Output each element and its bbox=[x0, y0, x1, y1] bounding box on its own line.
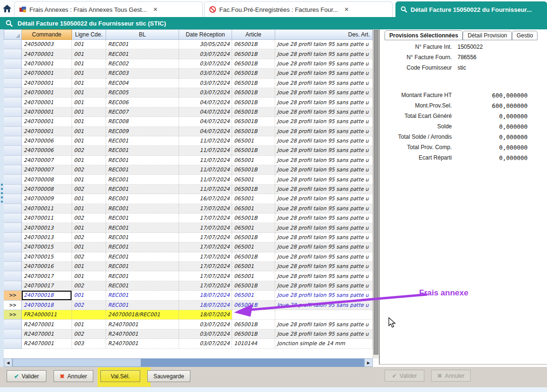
cell-ligne-cde[interactable]: 001 bbox=[72, 107, 106, 117]
cell-des-art[interactable]: Joue 28 profil talon 95 sans patte u bbox=[275, 320, 373, 329]
vertical-scrollbar-thumb[interactable] bbox=[374, 30, 378, 355]
cell-commande[interactable]: 240700001 bbox=[22, 49, 72, 59]
cell-des-art[interactable]: Joue 28 profil talon 95 sans patte u bbox=[275, 69, 373, 78]
row-selector[interactable] bbox=[4, 185, 22, 194]
cell-date-reception[interactable]: 16/07/2024 bbox=[179, 194, 232, 204]
cell-date-reception[interactable]: 30/05/2024 bbox=[179, 40, 232, 49]
cell-date-reception[interactable]: 17/07/2024 bbox=[179, 262, 232, 271]
cell-bl[interactable]: REC001 bbox=[106, 40, 179, 49]
cell-ligne-cde[interactable]: 001 bbox=[72, 98, 106, 107]
cell-ligne-cde[interactable]: 001 bbox=[72, 223, 106, 232]
cell-bl[interactable]: REC001 bbox=[106, 194, 179, 204]
cell-article[interactable]: 065001B bbox=[232, 301, 275, 310]
cell-des-art[interactable]: Joue 28 profil talon 95 sans patte u bbox=[275, 262, 373, 271]
cell-article[interactable]: 065001 bbox=[232, 136, 275, 146]
cell-date-reception[interactable]: 17/07/2024 bbox=[179, 223, 232, 232]
cell-des-art[interactable]: Joue 28 profil talon 95 sans patte u bbox=[275, 291, 373, 300]
cell-article[interactable]: 065001 bbox=[232, 271, 275, 281]
row-selector[interactable] bbox=[4, 214, 22, 223]
cell-ligne-cde[interactable]: 002 bbox=[72, 233, 106, 242]
cell-article[interactable]: 065001B bbox=[232, 40, 275, 49]
cell-article[interactable]: 065001B bbox=[232, 127, 275, 136]
cell-commande[interactable]: 240700001 bbox=[22, 69, 72, 78]
column-header-bl[interactable]: BL bbox=[106, 29, 179, 40]
cell-article[interactable]: 065001B bbox=[232, 320, 275, 329]
cell-commande[interactable]: R24070001 bbox=[22, 320, 72, 329]
cell-des-art[interactable]: Joue 28 profil talon 95 sans patte u bbox=[275, 301, 373, 310]
cell-commande[interactable]: 240700001 bbox=[22, 117, 72, 126]
cell-article[interactable]: 065001B bbox=[232, 146, 275, 155]
cell-des-art[interactable]: Joue 28 profil talon 95 sans patte u bbox=[275, 271, 373, 281]
cell-commande[interactable]: 240700011 bbox=[22, 204, 72, 214]
column-header-des-art[interactable]: Des. Art. bbox=[275, 29, 373, 40]
cell-bl[interactable]: REC002 bbox=[106, 59, 179, 69]
cell-date-reception[interactable]: 03/07/2024 bbox=[179, 59, 232, 69]
cell-article[interactable]: 065001B bbox=[232, 117, 275, 126]
cell-ligne-cde[interactable]: 002 bbox=[72, 301, 106, 310]
cell-article[interactable]: 065001B bbox=[232, 59, 275, 69]
cell-date-reception[interactable]: 11/07/2024 bbox=[179, 156, 232, 165]
row-selector[interactable] bbox=[4, 127, 22, 136]
cell-date-reception[interactable]: 17/07/2024 bbox=[179, 233, 232, 242]
row-selector[interactable] bbox=[4, 117, 22, 126]
cell-date-reception[interactable]: 17/07/2024 bbox=[179, 214, 232, 223]
cell-ligne-cde[interactable]: 001 bbox=[72, 262, 106, 271]
cell-article[interactable]: 065001 bbox=[232, 194, 275, 204]
cell-bl[interactable]: REC006 bbox=[106, 98, 179, 107]
row-selector[interactable] bbox=[4, 233, 22, 242]
column-header-date-reception[interactable]: Date Réception bbox=[179, 29, 232, 40]
cell-ligne-cde[interactable]: 001 bbox=[72, 117, 106, 126]
cell-des-art[interactable]: Joue 28 profil talon 95 sans patte u bbox=[275, 214, 373, 223]
column-header-ligne-cde[interactable]: Ligne Cde. bbox=[72, 29, 106, 40]
cell-des-art[interactable]: Joue 28 profil talon 95 sans patte u bbox=[275, 223, 373, 232]
cell-bl[interactable]: REC001 bbox=[106, 271, 179, 281]
cell-des-art[interactable]: Joue 28 profil talon 95 sans patte u bbox=[275, 117, 373, 126]
cell-des-art[interactable]: Joue 28 profil talon 95 sans patte u bbox=[275, 204, 373, 214]
cell-commande[interactable]: 240700015 bbox=[22, 252, 72, 262]
cell-article[interactable]: 065001B bbox=[232, 330, 275, 339]
row-selector[interactable] bbox=[4, 107, 22, 117]
cell-des-art[interactable]: Joue 28 profil talon 95 sans patte u bbox=[275, 59, 373, 69]
cell-article[interactable] bbox=[232, 310, 275, 320]
cell-ligne-cde[interactable]: 001 bbox=[72, 291, 106, 300]
cell-ligne-cde[interactable]: 001 bbox=[72, 40, 106, 49]
cell-ligne-cde[interactable]: 001 bbox=[72, 156, 106, 165]
cell-ligne-cde[interactable]: 001 bbox=[72, 59, 106, 69]
cell-bl[interactable]: REC001 bbox=[106, 223, 179, 232]
cell-ligne-cde[interactable]: 002 bbox=[72, 281, 106, 291]
home-button[interactable] bbox=[0, 0, 14, 17]
tab-detail-provision[interactable]: Détail Provision bbox=[463, 31, 511, 40]
cell-ligne-cde[interactable] bbox=[72, 310, 106, 320]
sauvegarde-button[interactable]: Sauvegarde bbox=[147, 370, 190, 382]
row-selector[interactable] bbox=[4, 339, 22, 348]
cell-date-reception[interactable]: 18/07/2024 bbox=[179, 310, 232, 320]
cell-commande[interactable]: 240700001 bbox=[22, 98, 72, 107]
cell-commande[interactable]: 240700017 bbox=[22, 281, 72, 291]
cell-bl[interactable]: REC007 bbox=[106, 107, 179, 117]
row-selector[interactable] bbox=[4, 79, 22, 88]
cell-commande[interactable]: 240700001 bbox=[22, 127, 72, 136]
cell-des-art[interactable]: Joue 28 profil talon 95 sans patte u bbox=[275, 98, 373, 107]
cell-date-reception[interactable]: 03/07/2024 bbox=[179, 339, 232, 348]
cell-bl[interactable]: REC001 bbox=[106, 49, 179, 59]
cell-commande[interactable]: 240700011 bbox=[22, 214, 72, 223]
cell-article[interactable]: 065001B bbox=[232, 69, 275, 78]
cell-des-art[interactable]: Joue 28 profil talon 95 sans patte u bbox=[275, 185, 373, 194]
cell-bl[interactable]: REC003 bbox=[106, 69, 179, 78]
cell-commande[interactable]: R24070001 bbox=[22, 330, 72, 339]
cell-ligne-cde[interactable]: 001 bbox=[72, 49, 106, 59]
cell-date-reception[interactable]: 04/07/2024 bbox=[179, 107, 232, 117]
row-selector[interactable] bbox=[4, 136, 22, 146]
row-selector[interactable] bbox=[4, 223, 22, 232]
cell-bl[interactable]: REC001 bbox=[106, 146, 179, 155]
cell-des-art[interactable]: Joue 28 profil talon 95 sans patte u bbox=[275, 49, 373, 59]
cell-article[interactable]: 065001 bbox=[232, 223, 275, 232]
cell-commande[interactable]: 240700008 bbox=[22, 175, 72, 184]
row-selector[interactable] bbox=[4, 330, 22, 339]
tab-frais-annexes[interactable]: Frais Annexes : Frais Annexes Tous Gest.… bbox=[14, 1, 203, 17]
cell-date-reception[interactable]: 04/07/2024 bbox=[179, 98, 232, 107]
row-selector[interactable] bbox=[4, 204, 22, 214]
cell-article[interactable]: 065001B bbox=[232, 165, 275, 175]
cell-article[interactable]: 1010144 bbox=[232, 339, 275, 348]
cell-article[interactable]: 065001B bbox=[232, 252, 275, 262]
